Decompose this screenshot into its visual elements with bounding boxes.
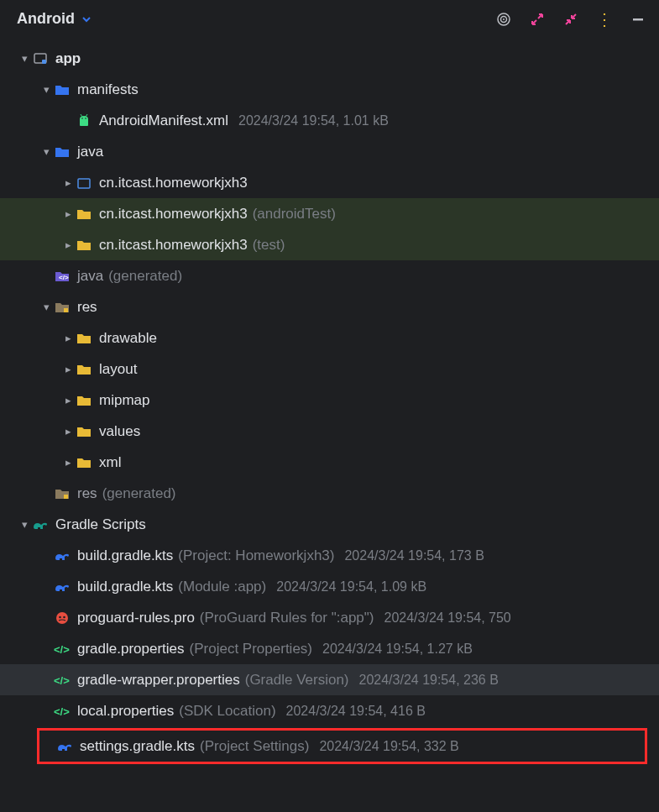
tree-node-mipmap[interactable]: ▸ mipmap — [0, 385, 659, 416]
svg-text:</>: </> — [54, 674, 70, 687]
chevron-down-icon[interactable]: ▾ — [39, 301, 54, 313]
node-label: manifests — [77, 81, 139, 98]
gradle-kts-icon — [54, 547, 71, 564]
folder-icon — [54, 144, 71, 160]
tree-node-gradle-scripts[interactable]: ▾ Gradle Scripts — [0, 509, 659, 540]
node-label: Gradle Scripts — [55, 516, 146, 533]
tree-node-res[interactable]: ▾ res — [0, 291, 659, 322]
node-sub: (Project Settings) — [200, 738, 309, 755]
chevron-right-icon[interactable]: ▸ — [60, 332, 76, 344]
node-meta: 2024/3/24 19:54, 1.01 kB — [238, 113, 389, 128]
node-meta: 2024/3/24 19:54, 236 B — [359, 673, 499, 688]
node-meta: 2024/3/24 19:54, 750 — [384, 610, 511, 626]
folder-icon — [76, 330, 92, 347]
node-meta: 2024/3/24 19:54, 173 B — [344, 548, 484, 563]
node-sub: (Gradle Version) — [245, 672, 349, 689]
node-sub: (generated) — [108, 268, 182, 285]
node-label: values — [99, 423, 140, 440]
highlighted-annotation: ▾ settings.gradle.kts (Project Settings)… — [37, 728, 647, 764]
node-label: java — [77, 268, 103, 285]
tree-node-package[interactable]: ▸ cn.itcast.homeworkjxh3 — [0, 167, 659, 198]
properties-icon: </> — [54, 703, 71, 720]
chevron-down-icon[interactable]: ▾ — [39, 145, 54, 158]
node-label: gradle-wrapper.properties — [77, 672, 240, 689]
tree-node-build-gradle-project[interactable]: ▾ build.gradle.kts (Project: Homeworkjxh… — [0, 540, 659, 571]
tree-node-settings-gradle[interactable]: ▾ settings.gradle.kts (Project Settings)… — [39, 731, 645, 762]
chevron-down-icon[interactable]: ▾ — [17, 518, 32, 531]
svg-point-6 — [81, 118, 83, 119]
folder-icon — [76, 454, 92, 471]
node-label: drawable — [99, 330, 157, 347]
node-sub: (SDK Location) — [179, 703, 275, 720]
chevron-down-icon[interactable]: ▾ — [39, 83, 54, 96]
tree-node-app[interactable]: ▾ app — [0, 43, 659, 74]
svg-point-16 — [63, 616, 65, 618]
node-sub: (Project: Homeworkjxh3) — [178, 547, 334, 564]
node-sub: (generated) — [102, 485, 176, 502]
node-label: build.gradle.kts — [77, 547, 173, 564]
target-icon[interactable] — [496, 12, 511, 27]
node-meta: 2024/3/24 19:54, 416 B — [286, 704, 426, 719]
chevron-right-icon[interactable]: ▸ — [60, 238, 76, 251]
svg-line-8 — [81, 114, 82, 117]
tree-node-androidmanifest[interactable]: ▾ AndroidManifest.xml 2024/3/24 19:54, 1… — [0, 105, 659, 136]
node-label: res — [77, 299, 97, 316]
node-sub: (androidTest) — [253, 206, 336, 223]
svg-rect-13 — [64, 495, 68, 499]
svg-rect-3 — [633, 18, 643, 21]
tree-node-gradle-properties[interactable]: ▾ </> gradle.properties (Project Propert… — [0, 633, 659, 664]
view-title[interactable]: Android — [17, 10, 75, 28]
project-tree: ▾ app ▾ manifests ▾ AndroidManifest.xml … — [0, 38, 659, 769]
expand-icon[interactable] — [530, 12, 545, 27]
tree-node-xml[interactable]: ▸ xml — [0, 447, 659, 478]
svg-point-7 — [85, 118, 86, 119]
collapse-icon[interactable] — [563, 12, 578, 27]
folder-icon — [76, 423, 92, 440]
chevron-right-icon[interactable]: ▸ — [60, 456, 76, 469]
package-icon — [76, 175, 92, 191]
proguard-icon — [54, 610, 71, 626]
tree-node-java-gen[interactable]: </> java (generated) — [0, 260, 659, 291]
tree-node-build-gradle-app[interactable]: ▾ build.gradle.kts (Module :app) 2024/3/… — [0, 571, 659, 602]
tree-node-values[interactable]: ▸ values — [0, 416, 659, 447]
tree-node-java[interactable]: ▾ java — [0, 136, 659, 167]
node-meta: 2024/3/24 19:54, 332 B — [319, 739, 458, 754]
gradle-kts-icon — [54, 579, 71, 595]
tree-node-res-gen[interactable]: res (generated) — [0, 478, 659, 509]
node-meta: 2024/3/24 19:54, 1.27 kB — [322, 642, 473, 657]
chevron-down-icon[interactable] — [81, 14, 92, 24]
node-label: gradle.properties — [77, 641, 185, 657]
tree-node-layout[interactable]: ▸ layout — [0, 354, 659, 385]
chevron-right-icon[interactable]: ▸ — [60, 425, 76, 437]
minimize-icon[interactable] — [630, 12, 646, 27]
svg-text:</>: </> — [54, 705, 70, 718]
svg-point-14 — [56, 612, 68, 624]
node-label: settings.gradle.kts — [80, 738, 195, 755]
more-icon[interactable]: ⋮ — [597, 12, 612, 27]
folder-icon — [76, 392, 92, 409]
tree-node-local-properties[interactable]: ▾ </> local.properties (SDK Location) 20… — [0, 695, 659, 726]
node-sub: (test) — [253, 237, 285, 254]
folder-icon — [54, 81, 71, 98]
tree-node-package-test[interactable]: ▸ cn.itcast.homeworkjxh3 (test) — [0, 229, 659, 260]
module-icon — [32, 50, 49, 67]
svg-rect-5 — [42, 60, 46, 64]
tree-node-package-androidtest[interactable]: ▸ cn.itcast.homeworkjxh3 (androidTest) — [0, 198, 659, 229]
chevron-right-icon[interactable]: ▸ — [60, 363, 76, 375]
node-sub: (ProGuard Rules for ":app") — [200, 610, 374, 626]
tree-node-drawable[interactable]: ▸ drawable — [0, 322, 659, 354]
chevron-right-icon[interactable]: ▸ — [60, 176, 76, 189]
node-label: layout — [99, 361, 137, 378]
tree-node-proguard[interactable]: ▾ proguard-rules.pro (ProGuard Rules for… — [0, 602, 659, 633]
chevron-right-icon[interactable]: ▸ — [60, 394, 76, 406]
chevron-right-icon[interactable]: ▸ — [60, 207, 76, 220]
chevron-down-icon[interactable]: ▾ — [17, 52, 32, 65]
node-label: local.properties — [77, 703, 174, 720]
svg-line-9 — [86, 114, 88, 117]
res-folder-icon — [54, 299, 71, 316]
node-label: java — [77, 144, 103, 160]
node-label: app — [55, 50, 81, 67]
svg-text:</>: </> — [54, 643, 70, 656]
tree-node-gradle-wrapper[interactable]: ▾ </> gradle-wrapper.properties (Gradle … — [0, 664, 659, 695]
tree-node-manifests[interactable]: ▾ manifests — [0, 74, 659, 105]
